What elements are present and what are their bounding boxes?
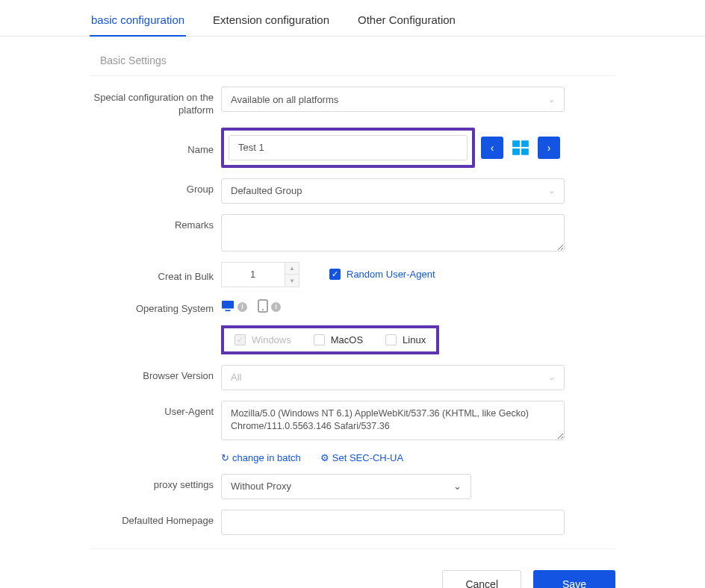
chevron-right-icon: › (547, 142, 551, 154)
chevron-down-icon: ⌄ (453, 481, 462, 492)
label-user-agent: User-Agent (90, 401, 221, 419)
stepper-down[interactable]: ▼ (285, 275, 299, 287)
input-name[interactable] (229, 135, 468, 160)
tab-extension-configuration[interactable]: Extension configuration (211, 7, 331, 36)
bulk-count-value: 1 (250, 269, 255, 280)
label-group: Group (90, 178, 221, 196)
stepper-up[interactable]: ▲ (285, 263, 299, 275)
footer-actions: Cancel Save (0, 549, 705, 588)
input-bulk-count[interactable]: 1 ▲ ▼ (221, 262, 299, 287)
label-browser-version: Browser Version (90, 365, 221, 383)
input-homepage[interactable] (221, 510, 565, 535)
select-browser-version[interactable]: All ⌄ (221, 365, 565, 390)
highlight-name (221, 128, 475, 168)
windows-logo-icon (509, 137, 532, 159)
prev-button[interactable]: ‹ (481, 137, 503, 159)
save-button[interactable]: Save (533, 570, 615, 588)
label-bulk: Creat in Bulk (90, 266, 221, 284)
desktop-icon[interactable] (221, 300, 235, 314)
next-button[interactable]: › (538, 137, 560, 159)
link-change-batch-label: change in batch (232, 452, 301, 463)
select-proxy-value: Without Proxy (231, 481, 291, 492)
chevron-down-icon: ⌄ (548, 372, 555, 382)
textarea-remarks[interactable] (221, 214, 565, 251)
tabs: basic configuration Extension configurat… (0, 0, 705, 37)
svg-rect-4 (222, 301, 234, 309)
label-special-config: Special configuration on the platform (90, 87, 221, 117)
label-os: Operating System (90, 298, 221, 316)
os-windows-label: Windows (252, 334, 291, 345)
select-proxy[interactable]: Without Proxy ⌄ (221, 474, 471, 499)
info-icon[interactable]: i (271, 302, 281, 312)
checkbox-random-ua[interactable]: ✓ (329, 269, 341, 280)
cancel-button[interactable]: Cancel (442, 570, 521, 588)
tab-basic-configuration[interactable]: basic configuration (90, 7, 186, 37)
svg-rect-2 (512, 148, 520, 155)
select-group[interactable]: Defaulted Group ⌄ (221, 178, 565, 204)
highlight-os: ✓ Windows MacOS Linux (221, 325, 439, 354)
label-name: Name (90, 139, 221, 157)
link-change-in-batch[interactable]: ↻ change in batch (221, 452, 301, 463)
os-linux-label: Linux (403, 334, 426, 345)
svg-rect-0 (512, 140, 520, 147)
label-random-ua: Random User-Agent (347, 269, 435, 280)
select-platform-value: Available on all platforms (231, 94, 338, 105)
mobile-icon[interactable] (258, 299, 268, 315)
tab-other-configuration[interactable]: Other Configuration (356, 7, 457, 36)
select-platform[interactable]: Available on all platforms ⌄ (221, 87, 565, 112)
svg-rect-5 (225, 310, 230, 311)
label-remarks: Remarks (90, 214, 221, 232)
checkbox-linux[interactable] (385, 334, 397, 345)
label-homepage: Defaulted Homepage (90, 510, 221, 528)
select-group-value: Defaulted Group (231, 185, 302, 196)
svg-rect-3 (521, 148, 529, 155)
section-title-basic-settings: Basic Settings (90, 51, 615, 76)
svg-point-7 (262, 309, 264, 310)
os-macos-label: MacOS (331, 334, 363, 345)
label-proxy: proxy settings (90, 474, 221, 492)
chevron-down-icon: ⌄ (548, 95, 555, 104)
chevron-left-icon: ‹ (491, 142, 494, 154)
checkbox-windows: ✓ (235, 334, 246, 345)
select-browser-version-value: All (231, 372, 241, 383)
checkbox-macos[interactable] (314, 334, 325, 345)
svg-rect-1 (521, 140, 529, 147)
link-set-sec-ch-ua[interactable]: ⚙ Set SEC-CH-UA (320, 452, 403, 463)
chevron-down-icon: ⌄ (548, 186, 555, 196)
link-set-sec-label: Set SEC-CH-UA (332, 452, 403, 463)
textarea-user-agent[interactable]: Mozilla/5.0 (Windows NT 6.1) AppleWebKit… (221, 401, 565, 440)
refresh-icon: ↻ (221, 452, 229, 463)
info-icon[interactable]: i (237, 302, 247, 312)
gear-icon: ⚙ (320, 452, 329, 463)
